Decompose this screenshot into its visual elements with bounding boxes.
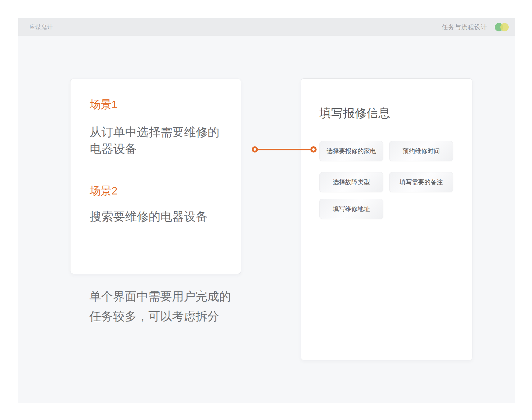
scenario-2-description: 搜索要维修的电器设备 [90,208,229,225]
brand-dot-yellow-icon [500,23,509,31]
form-card-title: 填写报修信息 [319,106,390,120]
scenario-1-label: 场景1 [90,98,117,111]
form-card: 填写报修信息 选择要报修的家电 预约维修时间 选择故障类型 填写需要的备注 填写… [301,78,472,360]
header-bar: 应谋鬼计 任务与流程设计 [18,18,515,36]
header-right-group: 任务与流程设计 [442,23,509,31]
scenario-2-label: 场景2 [90,185,117,197]
task-button-fault-type[interactable]: 选择故障类型 [319,172,383,192]
task-button-schedule-time[interactable]: 预约维修时间 [389,141,453,161]
task-button-remarks[interactable]: 填写需要的备注 [389,172,453,192]
page-title: 任务与流程设计 [442,23,487,31]
connector-endpoint-right-icon [310,146,317,153]
note-text: 单个界面中需要用户完成的任务较多，可以考虑拆分 [89,286,238,326]
scenario-card: 场景1 从订单中选择需要维修的电器设备 场景2 搜索要维修的电器设备 [70,79,241,274]
slide-canvas: 应谋鬼计 任务与流程设计 场景1 从订单中选择需要维修的电器设备 场景2 搜索要… [0,0,532,420]
task-button-address[interactable]: 填写维修地址 [319,199,383,219]
connector-line [255,149,313,150]
task-button-select-appliance[interactable]: 选择要报修的家电 [319,141,383,161]
app-title: 应谋鬼计 [29,23,53,31]
scenario-1-description: 从订单中选择需要维修的电器设备 [90,124,229,157]
brand-dots [495,23,509,31]
connector-endpoint-left-icon [252,146,258,153]
